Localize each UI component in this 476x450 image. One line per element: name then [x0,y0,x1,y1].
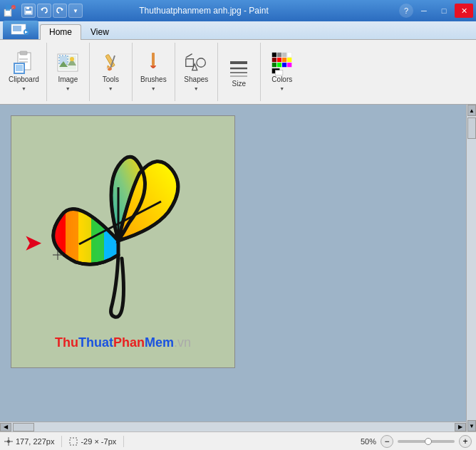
image-button[interactable]: Image ▼ [53,50,82,94]
brushes-label: Brushes ▼ [140,75,167,93]
zoom-value: 50% [361,437,376,446]
svg-marker-37 [192,64,197,70]
ribbon-group-tools: Tools ▼ [90,43,133,101]
colors-group-items: Colors ▼ [268,43,296,101]
selection-value: -29 × -7px [81,437,116,446]
selection-size: -29 × -7px [62,436,124,447]
maximize-button[interactable]: □ [435,4,453,18]
svg-rect-17 [19,61,28,63]
paint-menu-button[interactable] [3,21,38,39]
ribbon-content: Clipboard ▼ [0,40,476,104]
ribbon-group-clipboard: Clipboard ▼ [1,43,47,101]
svg-rect-54 [287,63,291,67]
tools-icon [99,51,122,74]
svg-rect-21 [16,65,23,71]
svg-rect-35 [186,59,194,67]
shamrock-image [26,130,218,347]
zoom-in-button[interactable]: + [459,435,472,448]
svg-point-36 [197,58,205,67]
horizontal-scrollbar[interactable]: ◀ ▶ [0,422,466,431]
ribbon-group-shapes: Shapes ▼ [175,43,218,101]
svg-rect-70 [70,438,77,445]
red-arrow-indicator: ➤ [24,234,41,253]
image-icon [56,51,79,74]
help-button[interactable]: ? [399,4,413,18]
size-label: Size [232,80,246,88]
size-group-items: Size [224,43,253,101]
clipboard-button[interactable]: Clipboard ▼ [6,50,42,94]
selection-icon [69,437,78,446]
svg-rect-43 [272,53,276,57]
brushes-button[interactable]: Brushes ▼ [138,50,170,94]
svg-rect-49 [282,58,286,62]
svg-rect-61 [91,173,104,287]
shapes-label: Shapes ▼ [184,75,208,93]
svg-rect-16 [19,58,28,60]
ribbon: Home View [0,21,476,105]
brushes-icon [142,51,165,74]
tools-group-items: Tools ▼ [96,43,125,101]
tools-label: Tools ▼ [103,75,119,93]
svg-line-38 [186,54,192,58]
ribbon-group-image: Image ▼ [47,43,90,101]
image-group-items: Image ▼ [53,43,82,101]
ribbon-group-colors: Colors ▼ [261,43,304,101]
window-title: Thuthuatphanmem anh.jpg - Paint [11,6,396,16]
clipboard-icon [12,51,35,74]
main-content: ➤ ThuThuatPhanMem.vn ▲ ▼ ◀ ▶ [0,105,476,431]
svg-rect-48 [277,58,281,62]
tab-view[interactable]: View [81,24,118,39]
svg-rect-1 [6,11,10,15]
svg-rect-52 [277,63,281,67]
svg-rect-50 [287,58,291,62]
svg-rect-59 [66,173,78,287]
canvas-container[interactable]: ➤ ThuThuatPhanMem.vn ▲ ▼ ◀ ▶ [0,105,476,431]
svg-rect-57 [40,173,53,287]
title-bar: ▼ Thuthuatphanmem anh.jpg - Paint ? ─ □ … [0,0,476,21]
svg-rect-47 [272,58,276,62]
svg-rect-53 [282,63,286,67]
svg-rect-56 [275,70,283,75]
svg-rect-15 [20,51,27,55]
tools-button[interactable]: Tools ▼ [96,50,125,94]
ribbon-tabs: Home View [0,21,476,40]
svg-rect-46 [287,53,291,57]
svg-rect-45 [282,53,286,57]
close-button[interactable]: ✕ [455,4,473,18]
minimize-button[interactable]: ─ [415,4,433,18]
size-button[interactable]: Size [224,54,253,90]
svg-rect-60 [78,173,91,287]
svg-point-28 [70,57,74,61]
svg-rect-34 [152,53,155,66]
vertical-scrollbar[interactable]: ▲ ▼ [466,105,476,431]
shapes-group-items: Shapes ▼ [181,43,211,101]
tab-home[interactable]: Home [40,24,81,40]
ribbon-group-size: Size [218,43,261,101]
status-bar: 177, 227px -29 × -7px 50% − + [0,431,476,450]
drawing-canvas: ➤ ThuThuatPhanMem.vn [11,115,235,368]
zoom-thumb[interactable] [425,438,432,445]
position-value: 177, 227px [16,437,54,446]
colors-icon [271,51,294,74]
clipboard-label: Clipboard ▼ [9,75,39,93]
size-icon [227,56,250,78]
image-label: Image ▼ [58,75,78,93]
svg-rect-44 [277,53,281,57]
clipboard-group-items: Clipboard ▼ [6,43,42,101]
svg-point-69 [7,440,10,443]
shapes-icon [185,51,207,74]
position-icon [4,437,13,446]
brushes-group-items: Brushes ▼ [138,43,170,101]
zoom-area: 50% − + [361,435,472,448]
svg-rect-11 [13,26,21,31]
zoom-slider[interactable] [398,440,455,443]
colors-label: Colors ▼ [271,75,292,93]
colors-button[interactable]: Colors ▼ [268,50,296,94]
cursor-crosshair [53,250,63,260]
cursor-position: 177, 227px [4,436,62,447]
shapes-button[interactable]: Shapes ▼ [181,50,211,94]
svg-rect-51 [272,63,276,67]
zoom-out-button[interactable]: − [381,435,393,448]
svg-rect-2 [6,5,10,11]
ribbon-group-brushes: Brushes ▼ [133,43,175,101]
